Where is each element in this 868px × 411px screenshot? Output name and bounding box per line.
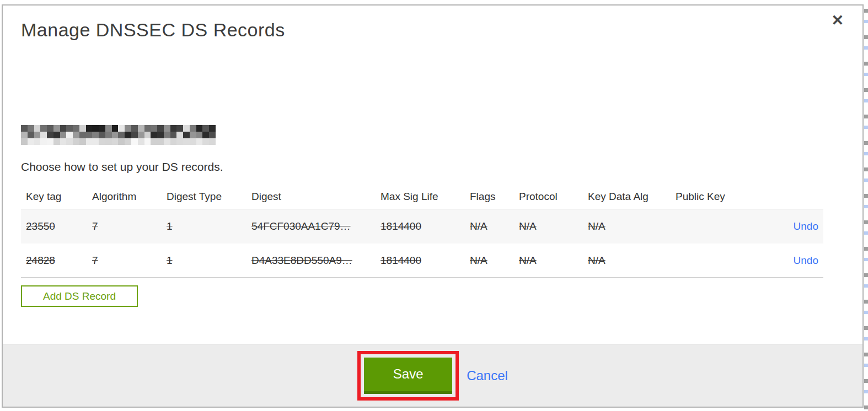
redaction-pixel xyxy=(170,138,177,145)
redaction-pixel xyxy=(151,138,157,145)
column-header-max-sig-life: Max Sig Life xyxy=(381,191,470,203)
redacted-domain-name xyxy=(21,125,216,145)
redaction-pixel xyxy=(99,132,105,138)
redaction-pixel xyxy=(118,138,125,145)
redaction-pixel xyxy=(105,138,112,145)
table-row: 235507154FCF030AA1C79…1814400N/AN/AN/AUn… xyxy=(21,209,823,244)
table-cell: 1814400 xyxy=(381,220,470,232)
redaction-pixel xyxy=(47,138,53,145)
redaction-pixel xyxy=(112,132,119,138)
redaction-pixel xyxy=(86,125,93,132)
undo-link[interactable]: Undo xyxy=(794,220,818,232)
ds-records-table: Key tagAlgorithmDigest TypeDigestMax Sig… xyxy=(21,184,823,278)
redaction-pixel xyxy=(112,125,119,132)
redaction-pixel xyxy=(92,125,99,132)
save-button[interactable]: Save xyxy=(364,358,452,394)
redaction-pixel xyxy=(125,132,131,138)
redaction-pixel xyxy=(151,125,157,132)
redaction-pixel xyxy=(157,125,164,132)
redaction-pixel xyxy=(170,132,177,138)
table-cell: D4A33E8DD550A9… xyxy=(251,255,381,267)
redaction-pixel xyxy=(209,138,216,145)
redaction-pixel xyxy=(138,138,144,145)
redaction-pixel xyxy=(164,138,170,145)
redaction-pixel xyxy=(60,125,67,132)
redaction-pixel xyxy=(86,138,93,145)
table-cell: 7 xyxy=(92,220,167,232)
table-cell: N/A xyxy=(588,255,676,267)
table-cell: N/A xyxy=(588,220,676,232)
redaction-pixel xyxy=(202,132,209,138)
redaction-pixel xyxy=(47,132,53,138)
modal-body: Choose how to set up your DS records. Ke… xyxy=(3,43,862,307)
redaction-pixel xyxy=(34,138,41,145)
redaction-pixel xyxy=(99,138,105,145)
cancel-link[interactable]: Cancel xyxy=(467,368,508,383)
redaction-pixel xyxy=(125,125,131,132)
table-header-row: Key tagAlgorithmDigest TypeDigestMax Sig… xyxy=(21,184,823,209)
redaction-pixel xyxy=(66,138,73,145)
redaction-pixel xyxy=(105,125,112,132)
redaction-pixel xyxy=(28,125,34,132)
redaction-pixel xyxy=(79,132,86,138)
redaction-pixel xyxy=(21,132,28,138)
redaction-pixel xyxy=(190,138,196,145)
add-ds-record-button[interactable]: Add DS Record xyxy=(21,285,138,307)
redaction-pixel xyxy=(170,125,177,132)
column-header-algorithm: Algorithm xyxy=(92,191,167,203)
close-icon[interactable]: ✕ xyxy=(831,13,844,28)
table-cell: 7 xyxy=(92,255,167,267)
column-header-key-data-alg: Key Data Alg xyxy=(588,191,676,203)
table-cell: 24828 xyxy=(26,255,92,267)
redaction-pixel xyxy=(209,125,216,132)
redaction-pixel xyxy=(176,138,183,145)
redaction-pixel xyxy=(190,125,196,132)
redaction-pixel xyxy=(21,138,28,145)
redaction-pixel xyxy=(176,132,183,138)
undo-link[interactable]: Undo xyxy=(794,255,818,266)
table-cell: N/A xyxy=(519,255,588,267)
redaction-pixel xyxy=(144,138,151,145)
redaction-pixel xyxy=(73,138,79,145)
redaction-pixel xyxy=(79,125,86,132)
background-page-strip xyxy=(864,0,868,411)
table-cell-action: Undo xyxy=(783,220,818,232)
redaction-pixel xyxy=(196,125,203,132)
redaction-pixel xyxy=(53,125,60,132)
redaction-pixel xyxy=(73,132,79,138)
redaction-pixel xyxy=(60,138,67,145)
redaction-pixel xyxy=(118,125,125,132)
redaction-pixel xyxy=(176,125,183,132)
redaction-pixel xyxy=(105,132,112,138)
redaction-pixel xyxy=(190,132,196,138)
table-cell: N/A xyxy=(470,255,519,267)
redaction-pixel xyxy=(138,125,144,132)
redaction-pixel xyxy=(131,138,138,145)
redaction-pixel xyxy=(92,132,99,138)
modal-footer: Save Cancel xyxy=(3,344,862,407)
table-cell: 54FCF030AA1C79… xyxy=(251,220,381,232)
redaction-pixel xyxy=(118,132,125,138)
column-header-key-tag: Key tag xyxy=(26,191,92,203)
redaction-pixel xyxy=(164,125,170,132)
redaction-pixel xyxy=(164,132,170,138)
redaction-pixel xyxy=(66,125,73,132)
redaction-pixel xyxy=(202,125,209,132)
table-cell: 1 xyxy=(167,220,251,232)
redaction-pixel xyxy=(40,132,47,138)
page: Manage DNSSEC DS Records ✕ Choose how to… xyxy=(0,0,868,411)
redaction-pixel xyxy=(53,132,60,138)
redaction-pixel xyxy=(73,125,79,132)
table-cell-action: Undo xyxy=(783,255,818,267)
redaction-pixel xyxy=(151,132,157,138)
page-title: Manage DNSSEC DS Records xyxy=(21,17,862,43)
redaction-pixel xyxy=(196,132,203,138)
redaction-pixel xyxy=(28,132,34,138)
redaction-pixel xyxy=(53,138,60,145)
redaction-pixel xyxy=(183,125,190,132)
table-cell: 23550 xyxy=(26,220,92,232)
redaction-pixel xyxy=(66,132,73,138)
dnssec-modal: Manage DNSSEC DS Records ✕ Choose how to… xyxy=(2,4,864,408)
subtitle: Choose how to set up your DS records. xyxy=(21,159,842,175)
redaction-pixel xyxy=(183,132,190,138)
